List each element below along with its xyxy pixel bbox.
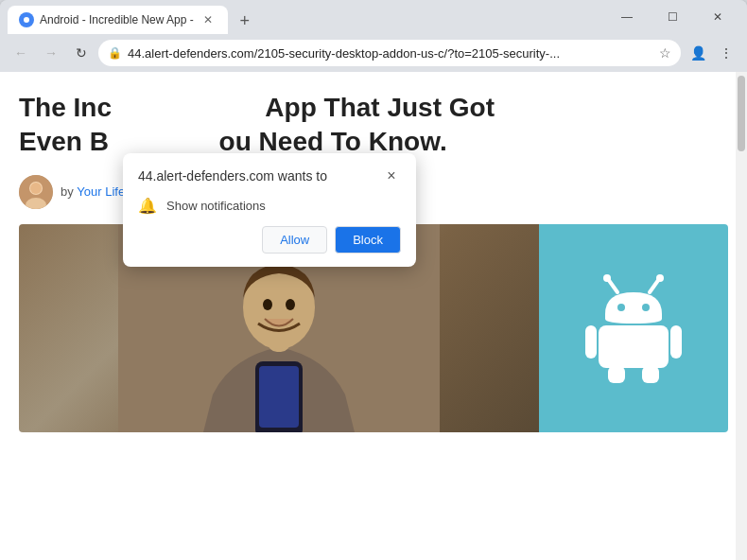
- svg-rect-22: [608, 366, 625, 383]
- tab-area: Android - Incredible New App - ✕ +: [8, 0, 601, 34]
- account-button[interactable]: 👤: [685, 40, 711, 66]
- article-image-right: [539, 224, 728, 432]
- block-button[interactable]: Block: [335, 226, 401, 254]
- forward-button[interactable]: →: [38, 40, 64, 66]
- scrollbar-thumb[interactable]: [738, 76, 745, 151]
- notification-popup: 44.alert-defenders.com wants to × 🔔 Show…: [123, 153, 416, 267]
- refresh-button[interactable]: ↻: [68, 40, 95, 66]
- title-bar: Android - Incredible New App - ✕ + — ☐ ✕: [0, 0, 747, 34]
- new-tab-button[interactable]: +: [232, 8, 258, 34]
- chrome-window: Android - Incredible New App - ✕ + — ☐ ✕…: [0, 0, 747, 560]
- toolbar: ← → ↻ 🔒 44.alert-defenders.com/2105-secu…: [0, 34, 747, 72]
- allow-button[interactable]: Allow: [262, 226, 327, 254]
- webpage: 457 The Inc App That Just GotEven B ou N…: [0, 72, 747, 560]
- tab-favicon-inner: [22, 15, 31, 25]
- svg-point-14: [603, 274, 611, 282]
- popup-notification-row: 🔔 Show notifications: [123, 193, 416, 226]
- back-button[interactable]: ←: [8, 40, 34, 66]
- omnibox[interactable]: 🔒 44.alert-defenders.com/2105-security-d…: [98, 40, 681, 66]
- popup-title-text: 44.alert-defenders.com wants to: [138, 168, 327, 184]
- svg-rect-20: [585, 325, 597, 359]
- window-controls: — ☐ ✕: [605, 2, 739, 32]
- page-content: 457 The Inc App That Just GotEven B ou N…: [0, 72, 747, 560]
- popup-header: 44.alert-defenders.com wants to ×: [123, 153, 416, 193]
- tab-favicon: [19, 12, 34, 27]
- popup-close-button[interactable]: ×: [382, 166, 401, 185]
- svg-point-3: [30, 183, 42, 194]
- bell-icon: 🔔: [138, 197, 157, 215]
- article-title-text: The Inc App That Just GotEven B ou Need …: [19, 93, 495, 156]
- menu-button[interactable]: ⋮: [713, 40, 739, 66]
- svg-point-16: [656, 274, 664, 282]
- svg-point-18: [642, 304, 650, 311]
- close-button[interactable]: ✕: [696, 2, 739, 32]
- lock-icon: 🔒: [108, 46, 122, 60]
- author-avatar: [19, 175, 53, 209]
- url-text: 44.alert-defenders.com/2105-security-des…: [128, 46, 653, 61]
- by-label: by: [61, 184, 74, 199]
- toolbar-actions: 👤 ⋮: [685, 40, 739, 66]
- android-robot-svg: [582, 271, 686, 385]
- svg-point-10: [286, 299, 295, 310]
- popup-notification-text: Show notifications: [166, 199, 266, 213]
- svg-rect-12: [259, 366, 299, 428]
- bookmark-icon[interactable]: ☆: [659, 45, 671, 61]
- svg-rect-23: [642, 366, 659, 383]
- svg-rect-21: [670, 325, 682, 359]
- svg-point-17: [617, 304, 625, 311]
- scrollbar[interactable]: [736, 72, 747, 560]
- active-tab[interactable]: Android - Incredible New App - ✕: [8, 6, 228, 34]
- avatar-image: [19, 175, 53, 209]
- popup-actions: Allow Block: [123, 226, 416, 267]
- svg-rect-19: [599, 325, 669, 368]
- article-title: The Inc App That Just GotEven B ou Need …: [19, 91, 728, 160]
- tab-close-button[interactable]: ✕: [200, 11, 217, 28]
- maximize-button[interactable]: ☐: [651, 2, 694, 32]
- svg-point-9: [263, 299, 272, 310]
- tab-title: Android - Incredible New App -: [40, 13, 194, 26]
- minimize-button[interactable]: —: [605, 2, 649, 32]
